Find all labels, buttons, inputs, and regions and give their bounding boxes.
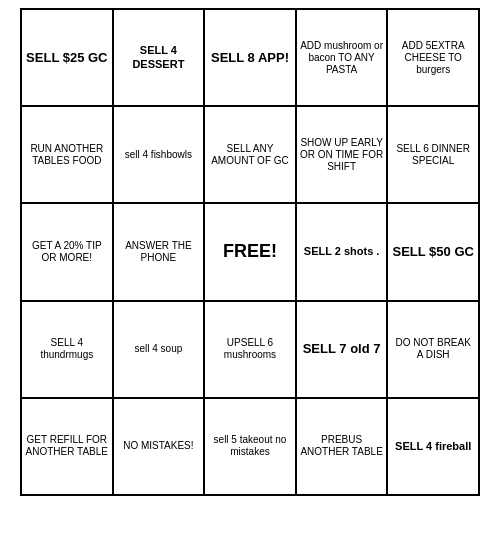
bingo-grid: SELL $25 GCSELL 4 DESSERTSELL 8 APP!ADD …	[20, 8, 480, 496]
bingo-cell-8: SHOW UP EARLY OR ON TIME FOR SHIFT	[296, 106, 388, 203]
bingo-cell-22: sell 5 takeout no mistakes	[204, 398, 296, 495]
bingo-cell-5: RUN ANOTHER TABLES FOOD	[21, 106, 113, 203]
bingo-cell-0: SELL $25 GC	[21, 9, 113, 106]
bingo-cell-23: PREBUS ANOTHER TABLE	[296, 398, 388, 495]
bingo-cell-2: SELL 8 APP!	[204, 9, 296, 106]
bingo-cell-21: NO MISTAKES!	[113, 398, 205, 495]
bingo-cell-1: SELL 4 DESSERT	[113, 9, 205, 106]
bingo-cell-7: SELL ANY AMOUNT OF GC	[204, 106, 296, 203]
bingo-cell-18: SELL 7 old 7	[296, 301, 388, 398]
bingo-cell-11: ANSWER THE PHONE	[113, 203, 205, 300]
bingo-cell-16: sell 4 soup	[113, 301, 205, 398]
bingo-cell-9: SELL 6 DINNER SPECIAL	[387, 106, 479, 203]
bingo-cell-4: ADD 5EXTRA CHEESE TO burgers	[387, 9, 479, 106]
bingo-cell-6: sell 4 fishbowls	[113, 106, 205, 203]
bingo-cell-17: UPSELL 6 mushrooms	[204, 301, 296, 398]
bingo-cell-20: GET REFILL FOR ANOTHER TABLE	[21, 398, 113, 495]
bingo-cell-15: SELL 4 thundrmugs	[21, 301, 113, 398]
bingo-cell-14: SELL $50 GC	[387, 203, 479, 300]
bingo-header	[20, 0, 480, 8]
bingo-cell-19: DO NOT BREAK A DISH	[387, 301, 479, 398]
bingo-cell-10: GET A 20% TIP OR MORE!	[21, 203, 113, 300]
bingo-cell-3: ADD mushroom or bacon TO ANY PASTA	[296, 9, 388, 106]
bingo-cell-24: SELL 4 fireball	[387, 398, 479, 495]
bingo-cell-13: SELL 2 shots .	[296, 203, 388, 300]
bingo-cell-12: FREE!	[204, 203, 296, 300]
